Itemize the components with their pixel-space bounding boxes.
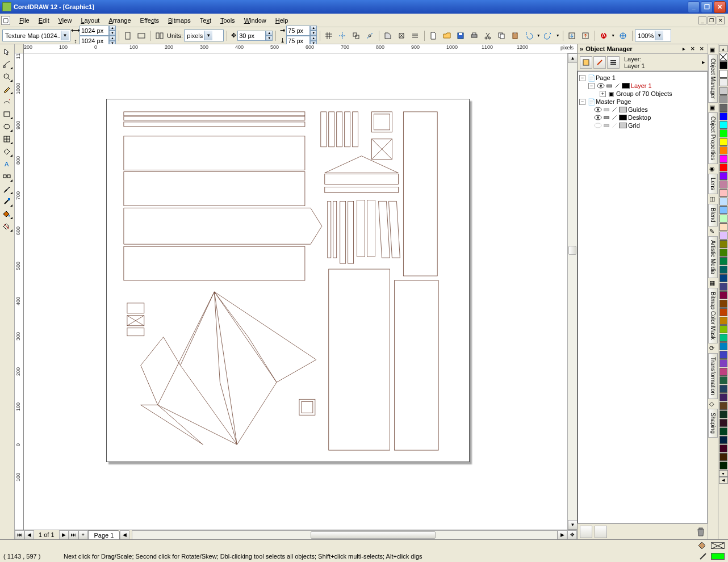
visible-icon[interactable] bbox=[597, 83, 605, 89]
color-swatch[interactable] bbox=[719, 61, 727, 69]
tree-master-page[interactable]: Master Page bbox=[596, 98, 631, 105]
docker-tab-icon[interactable]: ▣ bbox=[709, 46, 717, 54]
undo-button[interactable] bbox=[522, 30, 535, 42]
next-page-button[interactable]: ▶ bbox=[59, 530, 69, 540]
print-icon[interactable] bbox=[606, 82, 613, 89]
color-swatch[interactable] bbox=[719, 334, 727, 342]
color-swatch[interactable] bbox=[719, 436, 727, 444]
color-swatch[interactable] bbox=[719, 189, 727, 197]
tab-shaping[interactable]: Shaping bbox=[708, 409, 718, 438]
interactive-blend-tool[interactable] bbox=[0, 170, 14, 183]
collapse-icon[interactable]: − bbox=[579, 99, 585, 105]
palette-scroll-down[interactable]: ▼ bbox=[719, 470, 728, 477]
layer-color-swatch[interactable] bbox=[619, 115, 627, 120]
locked-icon[interactable] bbox=[611, 122, 618, 129]
color-swatch[interactable] bbox=[719, 351, 727, 359]
outline-color-indicator[interactable] bbox=[711, 553, 725, 560]
print-icon[interactable] bbox=[603, 114, 610, 121]
docker-tab-icon[interactable]: ◫ bbox=[709, 195, 717, 203]
layer-manager-view-button[interactable] bbox=[607, 56, 620, 69]
color-swatch[interactable] bbox=[719, 70, 727, 78]
color-swatch[interactable] bbox=[719, 172, 727, 180]
color-swatch[interactable] bbox=[719, 283, 727, 291]
color-swatch[interactable] bbox=[719, 163, 727, 171]
spin-up-icon[interactable]: ▲ bbox=[109, 26, 116, 31]
zoom-dropdown[interactable]: 100% ▼ bbox=[635, 30, 671, 41]
page-tab[interactable]: Page 1 bbox=[88, 530, 120, 539]
color-swatch[interactable] bbox=[719, 385, 727, 393]
color-swatch[interactable] bbox=[719, 402, 727, 410]
units-dropdown[interactable]: pixels ▼ bbox=[184, 30, 224, 41]
tree-page[interactable]: Page 1 bbox=[596, 74, 616, 81]
color-swatch[interactable] bbox=[719, 444, 727, 452]
minimize-button[interactable]: _ bbox=[688, 1, 700, 13]
portrait-button[interactable] bbox=[122, 30, 134, 42]
docker-tab-icon[interactable]: ▦ bbox=[709, 279, 717, 287]
import-button[interactable] bbox=[566, 30, 578, 42]
menu-view[interactable]: View bbox=[54, 15, 77, 26]
layer-color-swatch[interactable] bbox=[619, 123, 627, 128]
landscape-button[interactable] bbox=[135, 30, 148, 42]
color-swatch[interactable] bbox=[719, 129, 727, 137]
color-swatch[interactable] bbox=[719, 232, 727, 240]
export-button[interactable] bbox=[579, 30, 592, 42]
corel-online-button[interactable] bbox=[617, 30, 629, 42]
docker-tab-icon[interactable]: ✎ bbox=[709, 228, 717, 236]
color-swatch[interactable] bbox=[719, 274, 727, 282]
treat-as-filled-button[interactable] bbox=[382, 30, 394, 42]
collapse-icon[interactable]: − bbox=[579, 75, 585, 81]
color-swatch[interactable] bbox=[719, 257, 727, 265]
color-swatch[interactable] bbox=[719, 462, 727, 469]
paste-button[interactable] bbox=[509, 30, 521, 42]
horizontal-ruler[interactable]: pixels 200100010020030040050060070080090… bbox=[15, 44, 577, 53]
menu-text[interactable]: Text bbox=[195, 15, 216, 26]
color-swatch[interactable] bbox=[719, 112, 727, 120]
basic-shapes-tool[interactable] bbox=[0, 145, 14, 158]
new-layer-button[interactable] bbox=[580, 526, 592, 538]
outline-tool[interactable] bbox=[0, 195, 14, 208]
color-swatch[interactable] bbox=[719, 427, 727, 435]
eyedropper-tool[interactable] bbox=[0, 183, 14, 195]
color-swatch[interactable] bbox=[719, 95, 727, 103]
color-swatch[interactable] bbox=[719, 87, 727, 95]
palette-scroll-up[interactable]: ▲ bbox=[719, 45, 728, 52]
pick-tool[interactable] bbox=[0, 45, 14, 58]
tree-desktop[interactable]: Desktop bbox=[628, 114, 651, 121]
new-master-layer-button[interactable] bbox=[595, 526, 607, 538]
docker-undock-button[interactable]: ✕ bbox=[689, 45, 696, 52]
mdi-minimize-button[interactable]: _ bbox=[698, 16, 706, 24]
add-page-button[interactable]: + bbox=[78, 530, 88, 540]
edit-icon[interactable] bbox=[611, 106, 618, 113]
print-button[interactable] bbox=[468, 30, 480, 42]
menu-bitmaps[interactable]: Bitmaps bbox=[164, 15, 195, 26]
canvas[interactable] bbox=[24, 53, 567, 530]
tab-bitmap-color-mask[interactable]: Bitmap Color Mask bbox=[708, 288, 718, 343]
color-swatch[interactable] bbox=[719, 146, 727, 154]
scroll-thumb-h[interactable] bbox=[311, 531, 436, 539]
expand-icon[interactable]: » bbox=[580, 45, 583, 52]
color-swatch[interactable] bbox=[719, 198, 727, 205]
color-swatch[interactable] bbox=[719, 393, 727, 401]
menu-file[interactable]: File bbox=[15, 15, 34, 26]
edit-icon[interactable] bbox=[611, 114, 618, 121]
color-swatch[interactable] bbox=[719, 223, 727, 231]
hidden-icon[interactable] bbox=[594, 123, 602, 128]
menu-help[interactable]: Help bbox=[271, 15, 293, 26]
color-swatch[interactable] bbox=[719, 104, 727, 112]
maximize-button[interactable]: ❐ bbox=[701, 1, 713, 13]
object-tree[interactable]: −📄Page 1 − Layer 1 +▣Group of 70 Objects… bbox=[578, 71, 708, 523]
snap-to-guidelines-button[interactable] bbox=[336, 30, 349, 42]
docker-flyout-button[interactable]: ▸ bbox=[702, 58, 705, 66]
color-swatch[interactable] bbox=[719, 121, 727, 129]
color-swatch[interactable] bbox=[719, 308, 727, 316]
color-swatch[interactable] bbox=[719, 368, 727, 376]
graph-paper-tool[interactable] bbox=[0, 133, 14, 145]
fill-none-indicator[interactable] bbox=[711, 542, 725, 549]
save-button[interactable] bbox=[454, 30, 467, 42]
copy-button[interactable] bbox=[495, 30, 508, 42]
color-swatch[interactable] bbox=[719, 240, 727, 248]
docker-titlebar[interactable]: » Object Manager ▸ ✕ ✕ bbox=[578, 44, 708, 54]
layer-color-swatch[interactable] bbox=[622, 83, 630, 89]
color-swatch[interactable] bbox=[719, 419, 727, 427]
dynamic-guides-button[interactable] bbox=[363, 30, 376, 42]
